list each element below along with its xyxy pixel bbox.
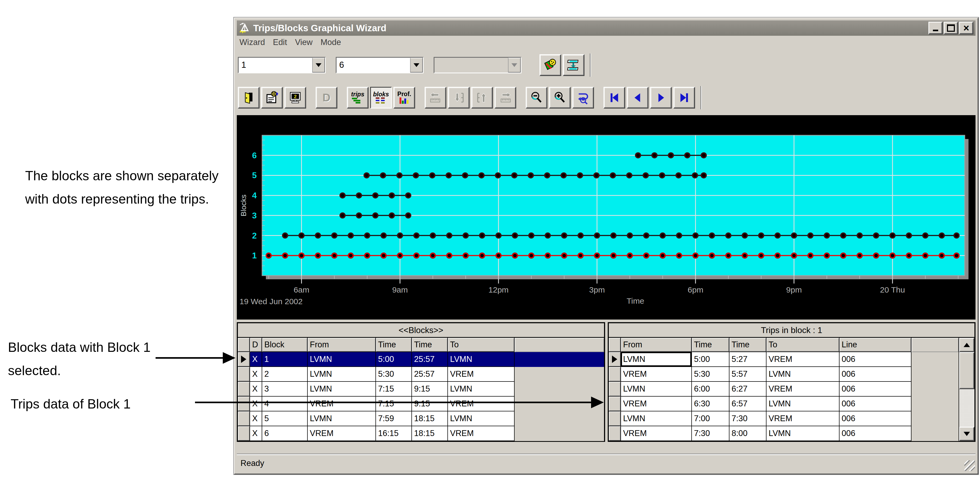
table-cell[interactable]: 6 (262, 426, 308, 441)
column-header[interactable]: Time (729, 338, 767, 352)
table-row[interactable]: VREM6:306:57LVMN006 (609, 397, 959, 412)
row-selector[interactable] (238, 426, 250, 441)
table-row[interactable]: LVMN6:006:27VREM006 (609, 382, 959, 397)
close-button[interactable]: × (959, 22, 974, 34)
table-cell[interactable]: 5:30 (376, 367, 412, 382)
table-cell[interactable]: VREM (767, 352, 840, 367)
row-selector[interactable] (609, 352, 621, 367)
table-cell[interactable]: 006 (840, 426, 912, 441)
table-cell[interactable]: LVMN (621, 412, 692, 426)
zoom-reset-button[interactable] (572, 87, 594, 108)
table-row[interactable]: LVMN7:007:30VREM006 (609, 412, 959, 426)
table-cell[interactable]: 25:57 (412, 367, 448, 382)
table-cell[interactable]: VREM (308, 426, 376, 441)
resize-grip[interactable] (964, 460, 975, 471)
table-cell[interactable]: VREM (767, 382, 840, 397)
table-cell[interactable]: VREM (621, 367, 692, 382)
table-cell[interactable]: X (250, 352, 262, 367)
column-header[interactable]: D (250, 338, 262, 352)
table-cell[interactable]: 6:30 (692, 397, 729, 412)
table-cell[interactable]: 7:59 (376, 412, 412, 426)
column-header[interactable]: Time (692, 338, 729, 352)
table-cell[interactable]: 006 (840, 412, 912, 426)
table-cell[interactable]: LVMN (767, 367, 840, 382)
table-cell[interactable]: VREM (448, 426, 515, 441)
menu-view[interactable]: View (293, 38, 319, 47)
table-row[interactable]: VREM5:305:57LVMN006 (609, 367, 959, 382)
table-cell[interactable]: X (250, 426, 262, 441)
table-cell[interactable]: 7:00 (692, 412, 729, 426)
table-cell[interactable]: X (250, 382, 262, 397)
column-header[interactable]: Time (376, 338, 412, 352)
table-cell[interactable]: 5:57 (729, 367, 767, 382)
nav-next-button[interactable] (650, 87, 672, 108)
row-selector[interactable] (238, 352, 250, 367)
table-cell[interactable]: 18:15 (412, 412, 448, 426)
properties-button[interactable] (261, 87, 283, 108)
table-cell[interactable]: VREM (621, 426, 692, 441)
block-combo-dropdown[interactable] (312, 58, 325, 73)
table-cell[interactable]: LVMN (448, 352, 515, 367)
table-cell[interactable]: 7:30 (729, 412, 767, 426)
table-cell[interactable]: LVMN (767, 397, 840, 412)
zoom-in-button[interactable] (549, 87, 571, 108)
table-cell[interactable]: 7:15 (376, 382, 412, 397)
blocks-view-button[interactable]: bloks (370, 87, 392, 108)
table-row[interactable]: X6VREM16:1518:15VREM (238, 426, 604, 441)
column-header[interactable]: Line (840, 338, 912, 352)
table-row[interactable]: X3LVMN7:159:15LVMN (238, 382, 604, 397)
table-cell[interactable]: 1 (262, 352, 308, 367)
table-cell[interactable]: 6:00 (692, 382, 729, 397)
table-cell[interactable]: LVMN (621, 382, 692, 397)
table-cell[interactable]: 5:00 (692, 352, 729, 367)
table-cell[interactable]: LVMN (308, 352, 376, 367)
count-combo-dropdown[interactable] (410, 58, 423, 73)
table-cell[interactable]: VREM (308, 397, 376, 412)
table-cell[interactable]: 006 (840, 352, 912, 367)
profile-view-button[interactable]: Prof. (393, 87, 415, 108)
row-selector[interactable] (238, 412, 250, 426)
trips-view-button[interactable]: trips (347, 87, 369, 108)
table-cell[interactable]: 006 (840, 367, 912, 382)
block-combo-value[interactable]: 1 (239, 58, 312, 73)
table-row[interactable]: LVMN5:005:27VREM006 (609, 352, 959, 367)
column-header[interactable]: From (308, 338, 376, 352)
column-header[interactable]: From (621, 338, 692, 352)
scroll-down-button[interactable] (959, 427, 974, 441)
scroll-track[interactable] (959, 389, 974, 427)
column-header[interactable]: Time (412, 338, 448, 352)
table-cell[interactable]: X (250, 367, 262, 382)
table-cell[interactable]: LVMN (308, 412, 376, 426)
row-selector[interactable] (609, 412, 621, 426)
table-row[interactable]: X2LVMN5:3025:57VREM (238, 367, 604, 382)
table-cell[interactable]: VREM (621, 397, 692, 412)
table-cell[interactable]: X (250, 397, 262, 412)
table-cell[interactable]: 7:15 (376, 397, 412, 412)
table-row[interactable]: X4VREM7:159:15VREM (238, 397, 604, 412)
row-selector[interactable] (609, 367, 621, 382)
block-combo[interactable]: 1 (238, 57, 326, 73)
table-cell[interactable]: X (250, 412, 262, 426)
screen-view-button[interactable]: 2 (285, 87, 306, 108)
scroll-thumb[interactable] (959, 352, 974, 389)
table-cell[interactable]: VREM (448, 397, 515, 412)
trips-scrollbar[interactable] (959, 338, 974, 441)
table-cell[interactable]: LVMN (621, 352, 692, 367)
nav-previous-button[interactable] (627, 87, 649, 108)
nav-first-button[interactable] (603, 87, 625, 108)
table-cell[interactable]: 16:15 (376, 426, 412, 441)
maximize-button[interactable] (944, 22, 958, 34)
table-row[interactable]: VREM7:308:00LVMN006 (609, 426, 959, 441)
table-cell[interactable]: LVMN (448, 412, 515, 426)
table-cell[interactable]: 9:15 (412, 397, 448, 412)
table-cell[interactable]: 7:30 (692, 426, 729, 441)
table-cell[interactable]: LVMN (448, 382, 515, 397)
table-cell[interactable]: 5 (262, 412, 308, 426)
row-selector[interactable] (609, 382, 621, 397)
table-cell[interactable]: 18:15 (412, 426, 448, 441)
count-combo-value[interactable]: 6 (337, 58, 410, 73)
table-row[interactable]: X5LVMN7:5918:15LVMN (238, 412, 604, 426)
exit-wizard-button[interactable] (238, 87, 259, 108)
menu-mode[interactable]: Mode (319, 38, 348, 47)
menu-edit[interactable]: Edit (271, 38, 293, 47)
